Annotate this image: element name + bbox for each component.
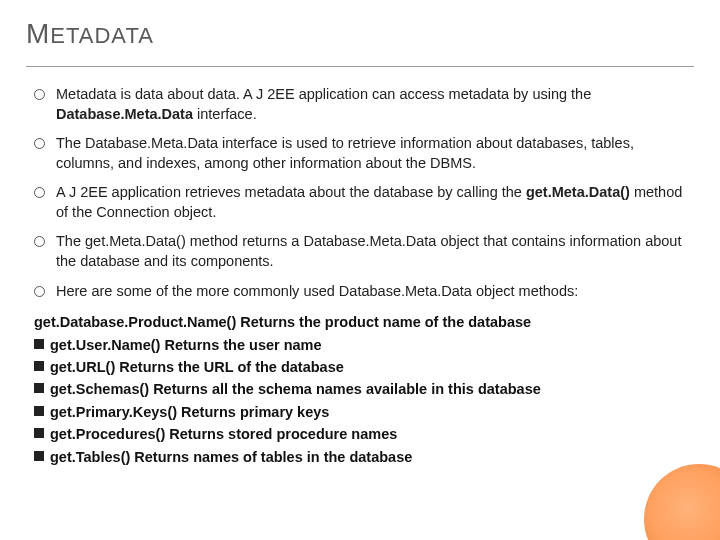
bullet-list: Metadata is data about data. A J 2EE app… xyxy=(26,85,694,301)
bullet-text: A J 2EE application retrieves metadata a… xyxy=(56,184,526,200)
method-row: get.User.Name() Returns the user name xyxy=(34,334,694,356)
list-item: Metadata is data about data. A J 2EE app… xyxy=(34,85,694,124)
method-row: get.Procedures() Returns stored procedur… xyxy=(34,423,694,445)
square-bullet-icon xyxy=(34,406,44,416)
method-row: get.Primary.Keys() Returns primary keys xyxy=(34,401,694,423)
list-item: The Database.Meta.Data interface is used… xyxy=(34,134,694,173)
method-row: get.Tables() Returns names of tables in … xyxy=(34,446,694,468)
title-rest: ETADATA xyxy=(50,23,154,48)
square-bullet-icon xyxy=(34,383,44,393)
method-row: get.Schemas() Returns all the schema nam… xyxy=(34,378,694,400)
square-bullet-icon xyxy=(34,361,44,371)
slide: METADATA Metadata is data about data. A … xyxy=(0,0,720,540)
methods-block: get.Database.Product.Name() Returns the … xyxy=(26,311,694,468)
method-text: get.Tables() Returns names of tables in … xyxy=(50,446,412,468)
bullet-text: The Database.Meta.Data interface is used… xyxy=(56,135,634,171)
list-item: The get.Meta.Data() method returns a Dat… xyxy=(34,232,694,271)
title-cap: M xyxy=(26,18,50,49)
list-item: A J 2EE application retrieves metadata a… xyxy=(34,183,694,222)
title-underline xyxy=(26,66,694,67)
method-lead: get.Database.Product.Name() Returns the … xyxy=(34,311,694,333)
bullet-bold: Database.Meta.Data xyxy=(56,106,193,122)
bullet-bold: get.Meta.Data() xyxy=(526,184,630,200)
decorative-circle xyxy=(644,464,720,540)
page-title: METADATA xyxy=(26,18,694,50)
list-item: Here are some of the more commonly used … xyxy=(34,282,694,302)
bullet-text: Metadata is data about data. A J 2EE app… xyxy=(56,86,591,102)
bullet-text: Here are some of the more commonly used … xyxy=(56,283,578,299)
method-text: get.Schemas() Returns all the schema nam… xyxy=(50,378,541,400)
square-bullet-icon xyxy=(34,451,44,461)
method-text: get.Procedures() Returns stored procedur… xyxy=(50,423,397,445)
square-bullet-icon xyxy=(34,339,44,349)
square-bullet-icon xyxy=(34,428,44,438)
method-text: get.Primary.Keys() Returns primary keys xyxy=(50,401,329,423)
method-text: get.URL() Returns the URL of the databas… xyxy=(50,356,344,378)
method-text: get.User.Name() Returns the user name xyxy=(50,334,322,356)
bullet-text: The get.Meta.Data() method returns a Dat… xyxy=(56,233,681,269)
method-row: get.URL() Returns the URL of the databas… xyxy=(34,356,694,378)
bullet-text: interface. xyxy=(193,106,257,122)
